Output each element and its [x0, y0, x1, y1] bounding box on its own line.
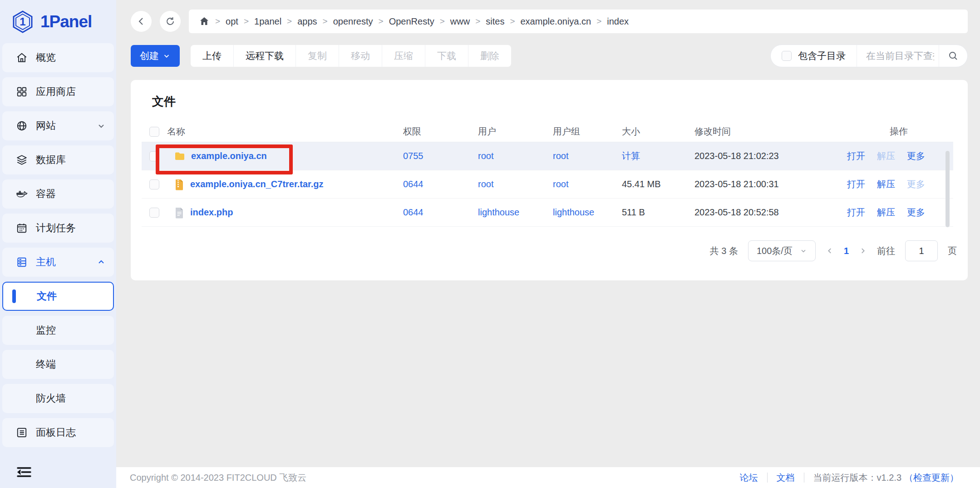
download-button: 下载 — [425, 45, 468, 67]
refresh-button[interactable] — [160, 11, 181, 32]
svg-text:1: 1 — [20, 15, 25, 28]
sidebar-item-terminal[interactable]: 终端 — [2, 350, 114, 379]
search-button[interactable] — [939, 45, 967, 67]
more-action: 更多 — [907, 178, 925, 190]
table-scrollbar[interactable] — [946, 151, 950, 227]
row-checkbox[interactable] — [149, 179, 159, 189]
topbar: > opt > 1panel > apps > openresty > Open… — [116, 0, 980, 43]
prev-page-button[interactable] — [826, 247, 834, 255]
file-name-link[interactable]: index.php — [190, 207, 233, 218]
file-user[interactable]: root — [473, 179, 548, 189]
sidebar-item-app-store[interactable]: 应用商店 — [2, 77, 114, 106]
logo-hexagon-icon: 1 — [10, 10, 35, 34]
chevron-down-icon — [97, 121, 106, 130]
file-perm[interactable]: 0644 — [399, 179, 473, 189]
grid-icon — [16, 86, 28, 98]
upload-button[interactable]: 上传 — [191, 45, 234, 67]
search-input[interactable] — [857, 50, 939, 61]
file-group[interactable]: lighthouse — [548, 207, 617, 218]
sidebar-item-label: 计划任务 — [36, 221, 76, 235]
next-page-button[interactable] — [859, 247, 867, 255]
back-button[interactable] — [131, 11, 152, 32]
column-header-perm: 权限 — [399, 125, 473, 138]
forum-link[interactable]: 论坛 — [740, 472, 767, 484]
file-user[interactable]: root — [473, 151, 548, 161]
breadcrumb-separator: > — [287, 16, 292, 26]
file-toolbar: 创建 上传 远程下载 复制 移动 压缩 下载 删除 包含子目录 — [116, 43, 980, 67]
column-header-name[interactable]: 名称 — [163, 125, 399, 138]
include-subdir-checkbox[interactable] — [782, 51, 792, 61]
file-name-link[interactable]: example.oniya.cn_C7trer.tar.gz — [190, 179, 323, 189]
column-header-user: 用户 — [473, 125, 548, 138]
file-perm[interactable]: 0755 — [399, 151, 473, 161]
home-icon[interactable] — [199, 16, 210, 27]
collapse-sidebar-icon[interactable] — [16, 465, 32, 479]
search-field-wrap — [857, 45, 939, 67]
open-action[interactable]: 打开 — [847, 178, 865, 190]
sidebar-item-firewall[interactable]: 防火墙 — [2, 384, 114, 413]
current-page-number[interactable]: 1 — [844, 246, 849, 256]
breadcrumb-item[interactable]: apps — [297, 16, 317, 27]
more-action[interactable]: 更多 — [907, 206, 925, 219]
sidebar: 1 1Panel 概览 应用商店 网站 — [0, 0, 116, 488]
page-size-select[interactable]: 100条/页 — [748, 240, 816, 261]
sidebar-item-database[interactable]: 数据库 — [2, 145, 114, 174]
goto-page-input[interactable] — [905, 240, 938, 261]
sidebar-item-container[interactable]: 容器 — [2, 179, 114, 209]
file-perm[interactable]: 0644 — [399, 207, 473, 218]
table-row[interactable]: example.oniya.cn_C7trer.tar.gz 0644 root… — [142, 170, 953, 199]
row-checkbox[interactable] — [149, 208, 159, 218]
page-size-value: 100条/页 — [757, 245, 793, 257]
pagination-total: 共 3 条 — [710, 245, 738, 257]
breadcrumb-item[interactable]: OpenResty — [389, 16, 434, 27]
extract-action: 解压 — [877, 150, 895, 162]
file-mtime: 2023-05-18 21:00:31 — [690, 179, 839, 189]
row-checkbox[interactable] — [149, 151, 159, 161]
move-button: 移动 — [339, 45, 382, 67]
docs-link[interactable]: 文档 — [768, 472, 804, 484]
sidebar-item-files[interactable]: 文件 — [2, 282, 114, 311]
sidebar-item-label: 文件 — [37, 289, 57, 303]
globe-icon — [16, 120, 28, 132]
files-table: 名称 权限 用户 用户组 大小 修改时间 操作 example.oniya — [142, 121, 953, 227]
sidebar-item-website[interactable]: 网站 — [2, 111, 114, 140]
log-list-icon — [16, 427, 28, 438]
breadcrumb-item[interactable]: www — [450, 16, 470, 27]
extract-action[interactable]: 解压 — [877, 206, 895, 219]
folder-icon — [174, 150, 186, 162]
column-header-mtime: 修改时间 — [690, 125, 839, 138]
file-name-link[interactable]: example.oniya.cn — [191, 151, 267, 161]
more-action[interactable]: 更多 — [907, 150, 925, 162]
sidebar-item-label: 监控 — [36, 324, 56, 337]
sidebar-menu: 概览 应用商店 网站 数据库 — [2, 43, 114, 447]
breadcrumb-item[interactable]: 1panel — [254, 16, 281, 27]
sidebar-item-cron[interactable]: 计划任务 — [2, 214, 114, 243]
file-user[interactable]: lighthouse — [473, 207, 548, 218]
table-row[interactable]: example.oniya.cn 0755 root root 计算 2023-… — [142, 142, 953, 170]
sidebar-item-overview[interactable]: 概览 — [2, 43, 114, 72]
check-update-link[interactable]: （检查更新） — [901, 472, 959, 484]
create-button[interactable]: 创建 — [131, 45, 180, 67]
sidebar-item-host[interactable]: 主机 — [2, 248, 114, 277]
sidebar-item-label: 网站 — [36, 119, 56, 133]
open-action[interactable]: 打开 — [847, 150, 865, 162]
extract-action[interactable]: 解压 — [877, 178, 895, 190]
sidebar-item-monitor[interactable]: 监控 — [2, 316, 114, 345]
select-all-checkbox[interactable] — [149, 127, 159, 137]
chevron-down-icon — [800, 247, 807, 254]
file-group[interactable]: root — [548, 179, 617, 189]
breadcrumb-item[interactable]: opt — [226, 16, 238, 27]
file-size-calculate-link[interactable]: 计算 — [617, 150, 690, 162]
remote-download-button[interactable]: 远程下载 — [234, 45, 296, 67]
breadcrumb-item[interactable]: openresty — [333, 16, 373, 27]
breadcrumb-item[interactable]: sites — [486, 16, 504, 27]
sidebar-item-panel-logs[interactable]: 面板日志 — [2, 418, 114, 447]
table-row[interactable]: index.php 0644 lighthouse lighthouse 511… — [142, 199, 953, 227]
breadcrumb-item[interactable]: index — [607, 16, 629, 27]
sidebar-item-label: 防火墙 — [36, 392, 66, 405]
breadcrumb-item[interactable]: example.oniya.cn — [521, 16, 591, 27]
file-group[interactable]: root — [548, 151, 617, 161]
compress-button: 压缩 — [382, 45, 425, 67]
include-subdir-toggle[interactable]: 包含子目录 — [771, 50, 857, 62]
open-action[interactable]: 打开 — [847, 206, 865, 219]
